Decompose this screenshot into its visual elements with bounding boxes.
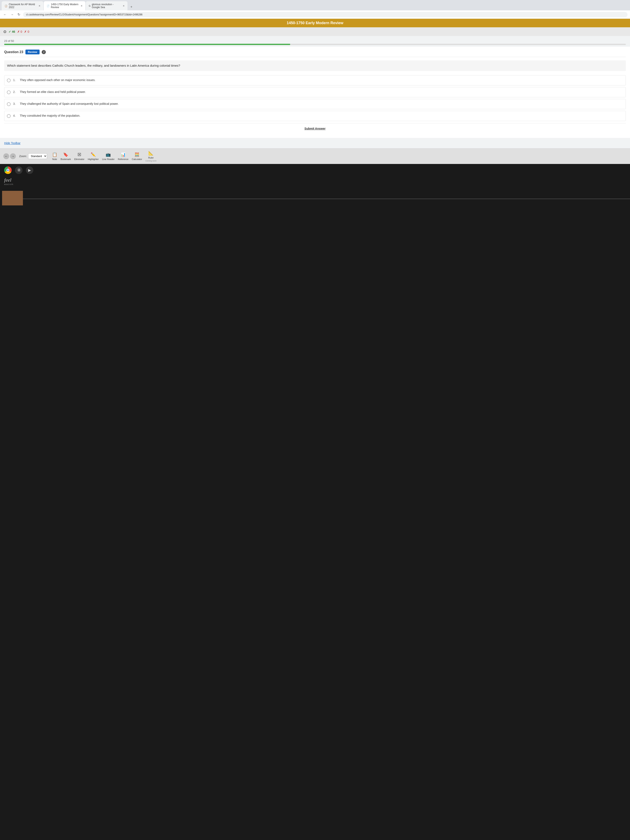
new-tab-button[interactable]: + — [128, 3, 135, 10]
tab-close-review[interactable]: ✕ — [81, 5, 82, 7]
line-reader-label: Line Reader — [102, 158, 115, 160]
tab-google[interactable]: G glorious revolution - Google Sea ✕ — [86, 1, 128, 10]
calculator-label: Calculator — [132, 158, 142, 160]
question-container: Question 23 Review i Which statement bes… — [0, 47, 630, 138]
reference-icon: 📊 — [121, 152, 126, 157]
eliminator-icon: ☒ — [77, 152, 81, 157]
correct-count: ✓ 46 — [8, 30, 15, 33]
tab-classwork[interactable]: 📋 Classwork for AP World 2022 ✕ — [2, 1, 43, 10]
progress-label: 23 of 50 — [4, 39, 626, 43]
forward-button[interactable]: → — [9, 12, 14, 17]
tool-line-reader[interactable]: 📺 Line Reader — [102, 152, 115, 160]
note-icon: 📋 — [52, 152, 57, 157]
tool-ruler[interactable]: 📐 Ruler Coming soon — [145, 151, 156, 162]
monitor-taskbar-icon[interactable]: 🖥 — [15, 166, 22, 174]
choice-num-1: 1. — [13, 78, 17, 82]
zoom-select[interactable]: Standard Large X-Large — [28, 153, 47, 159]
page-title: 1450-1750 Early Modern Review — [0, 19, 630, 27]
tab-close-google[interactable]: ✕ — [123, 5, 125, 7]
wrong-count-1: ✗ 0 — [17, 30, 22, 33]
choice-text-3: They challenged the authority of Spain a… — [20, 102, 118, 106]
tool-highlighter[interactable]: ✏️ Highlighter — [88, 152, 99, 160]
tab-icon-review: 📄 — [47, 5, 50, 7]
hide-toolbar-button[interactable]: Hide Toolbar — [4, 142, 21, 145]
wacom-brand-text: feel — [4, 177, 626, 183]
line-reader-icon: 📺 — [106, 152, 111, 157]
bookmark-label: Bookmark — [61, 158, 71, 160]
bottom-decoration — [0, 189, 630, 207]
back-button[interactable]: ← — [3, 12, 8, 17]
brown-box — [2, 191, 23, 205]
question-number: Question 23 — [4, 50, 23, 54]
zoom-label: Zoom: — [19, 155, 27, 158]
tool-reference[interactable]: 📊 Reference — [118, 152, 128, 160]
tool-eliminator[interactable]: ☒ Eliminator — [74, 152, 84, 160]
question-header: Question 23 Review i — [4, 47, 626, 57]
answer-choice-4[interactable]: 4. They constituted the majority of the … — [4, 111, 626, 121]
bottom-toolbar: ← → Zoom: Standard Large X-Large 📋 Note … — [0, 148, 630, 164]
toolbar-back-button[interactable]: ← — [3, 153, 9, 159]
wacom-sub-text: wacom — [4, 183, 626, 185]
monitor-icon: 🖥 — [17, 168, 21, 172]
toolbar-tools: 📋 Note 🔖 Bookmark ☒ Eliminator ✏️ Highli… — [52, 151, 156, 162]
tab-label-classwork: Classwork for AP World 2022 — [9, 3, 37, 9]
chrome-taskbar-icon[interactable] — [4, 166, 12, 174]
play-icon: ▶ — [28, 168, 31, 172]
radio-2[interactable] — [7, 90, 11, 94]
question-text: Which statement best describes Catholic … — [4, 60, 626, 71]
radio-1[interactable] — [7, 79, 11, 82]
answer-choice-1[interactable]: 1. They often opposed each other on majo… — [4, 75, 626, 85]
answer-choice-2[interactable]: 2. They formed an elite class and held p… — [4, 87, 626, 97]
choice-text-1: They often opposed each other on major e… — [20, 78, 95, 82]
toolbar-forward-button[interactable]: → — [10, 153, 16, 159]
tool-note[interactable]: 📋 Note — [52, 152, 57, 160]
submit-section: Submit Answer — [4, 123, 626, 134]
bookmark-icon: 🔖 — [63, 152, 68, 157]
answer-choice-3[interactable]: 3. They challenged the authority of Spai… — [4, 99, 626, 109]
tool-calculator[interactable]: 🧮 Calculator — [132, 152, 142, 160]
back-nav-icon[interactable]: ⊙ — [3, 29, 6, 34]
zoom-section: Zoom: Standard Large X-Large — [19, 153, 47, 159]
highlighter-icon: ✏️ — [91, 152, 96, 157]
url-bar[interactable] — [23, 12, 627, 17]
tab-label-review: 1450-1750 Early Modern Review — [51, 3, 79, 9]
tab-label-google: glorious revolution - Google Sea — [92, 3, 122, 9]
tab-icon-google: G — [89, 5, 91, 7]
reference-label: Reference — [118, 158, 128, 160]
ruler-coming-soon: Coming soon — [145, 160, 156, 162]
choice-text-4: They constituted the majority of the pop… — [20, 114, 80, 117]
wacom-area: feel wacom — [0, 177, 630, 189]
eliminator-label: Eliminator — [74, 158, 84, 160]
choice-num-3: 3. — [13, 102, 17, 106]
ruler-icon: 📐 — [148, 151, 153, 156]
calculator-icon: 🧮 — [134, 152, 140, 157]
note-label: Note — [52, 158, 57, 160]
chrome-inner-circle — [6, 169, 9, 172]
choice-text-2: They formed an elite class and held poli… — [20, 90, 86, 93]
submit-button[interactable]: Submit Answer — [305, 127, 325, 130]
radio-4[interactable] — [7, 114, 11, 118]
progress-bar-fill — [4, 44, 290, 45]
tool-bookmark[interactable]: 🔖 Bookmark — [61, 152, 71, 160]
hide-toolbar-section: Hide Toolbar — [0, 138, 630, 148]
tab-close-classwork[interactable]: ✕ — [38, 5, 40, 7]
stats-bar: ⊙ ✓ 46 ✗ 0 ✗ 0 — [0, 27, 630, 36]
play-taskbar-icon[interactable]: ▶ — [26, 166, 33, 174]
radio-3[interactable] — [7, 102, 11, 106]
highlighter-label: Highlighter — [88, 158, 99, 160]
toolbar-nav: ← → — [3, 153, 16, 159]
tab-bar: 📋 Classwork for AP World 2022 ✕ 📄 1450-1… — [0, 0, 630, 10]
tab-review[interactable]: 📄 1450-1750 Early Modern Review ✕ — [44, 1, 85, 10]
choice-num-2: 2. — [13, 90, 17, 93]
wrong-count-2: ✗ 0 — [24, 30, 29, 33]
refresh-button[interactable]: ↻ — [17, 12, 21, 17]
browser-frame: 📋 Classwork for AP World 2022 ✕ 📄 1450-1… — [0, 0, 630, 164]
progress-section: 23 of 50 — [0, 36, 630, 47]
choice-num-4: 4. — [13, 114, 17, 117]
taskbar-area: 🖥 ▶ — [0, 164, 630, 177]
dark-line — [23, 199, 630, 199]
tab-icon-classwork: 📋 — [5, 5, 8, 7]
ruler-label: Ruler — [148, 156, 153, 159]
info-icon[interactable]: i — [42, 50, 46, 54]
review-badge: Review — [25, 50, 40, 54]
